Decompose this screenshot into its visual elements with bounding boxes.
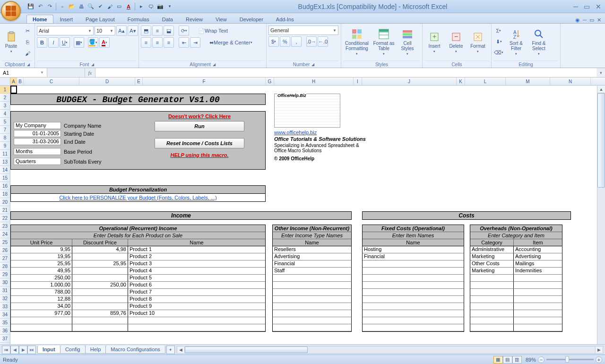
page-break-view-icon[interactable]: ▥ bbox=[512, 356, 522, 364]
zoom-in-icon[interactable]: + bbox=[596, 356, 602, 363]
wrap-text-button[interactable]: 📄 Wrap Text bbox=[196, 26, 230, 36]
cell-styles-button[interactable]: Cell Styles▾ bbox=[397, 26, 418, 59]
spelling-icon[interactable]: ✔ bbox=[96, 2, 104, 11]
help-macro-link[interactable]: HELP using this macro. bbox=[170, 152, 228, 158]
italic-icon[interactable]: I bbox=[48, 37, 59, 48]
sort-filter-button[interactable]: AZ Sort & Filter▾ bbox=[506, 26, 527, 59]
next-sheet-icon[interactable]: ▶ bbox=[19, 346, 27, 354]
save-icon[interactable]: 💾 bbox=[26, 2, 35, 11]
table-row[interactable]: Resellers bbox=[273, 246, 351, 253]
column-headers[interactable]: ABCDEFGHIJKLMN bbox=[10, 78, 605, 86]
cut-icon[interactable]: ✂ bbox=[22, 26, 33, 36]
expand-formula-icon[interactable]: ▾ bbox=[596, 68, 605, 77]
table-row[interactable]: MarketingIndemnities bbox=[470, 268, 562, 275]
vertical-scrollbar[interactable]: ▲ bbox=[597, 86, 605, 344]
increase-decimal-icon[interactable]: .0→ bbox=[306, 36, 317, 47]
align-middle-icon[interactable]: ≡ bbox=[152, 26, 163, 36]
tab-review[interactable]: Review bbox=[180, 15, 209, 23]
tab-page-layout[interactable]: Page Layout bbox=[79, 15, 121, 23]
zoom-out-icon[interactable]: − bbox=[538, 356, 544, 363]
table-row[interactable]: 19,95Product 2 bbox=[11, 253, 265, 260]
format-as-table-button[interactable]: Format as Table▾ bbox=[372, 26, 395, 59]
office-button[interactable] bbox=[1, 1, 21, 21]
run-button[interactable]: Run bbox=[155, 121, 244, 131]
table-row[interactable] bbox=[273, 303, 351, 310]
minimize-button[interactable]: ─ bbox=[571, 3, 580, 10]
redo-icon[interactable]: ↷ bbox=[45, 2, 54, 11]
personalize-link[interactable]: Click here to PERSONALIZE your Budget (F… bbox=[59, 195, 216, 200]
shrink-font-icon[interactable]: A▾ bbox=[128, 26, 138, 36]
print-preview-icon[interactable]: 🔍 bbox=[86, 2, 95, 11]
table-row[interactable]: Other CostsMailings bbox=[470, 260, 562, 268]
table-row[interactable]: 1.000,00250,00Product 6 bbox=[11, 282, 265, 289]
select-all-corner[interactable] bbox=[0, 78, 10, 86]
table-row[interactable]: 977,00859,76Product 10 bbox=[11, 310, 265, 317]
tab-insert[interactable]: Insert bbox=[54, 15, 79, 23]
table-row[interactable] bbox=[363, 268, 464, 275]
delete-cells-button[interactable]: −Delete▾ bbox=[446, 26, 466, 59]
paste-button[interactable]: Paste▾ bbox=[2, 26, 20, 59]
table-row[interactable]: 9,954,98Product 1 bbox=[11, 246, 265, 253]
format-cells-button[interactable]: Format▾ bbox=[468, 26, 488, 59]
find-select-button[interactable]: Find & Select▾ bbox=[528, 26, 549, 59]
merge-center-button[interactable]: ⬌ Merge & Center ▾ bbox=[207, 37, 255, 48]
underline-icon[interactable]: U▾ bbox=[60, 37, 70, 48]
conditional-formatting-button[interactable]: Conditional Formatting▾ bbox=[343, 26, 371, 59]
table-row[interactable]: Financial bbox=[363, 253, 464, 260]
first-sheet-icon[interactable]: ⏮ bbox=[2, 346, 10, 354]
sheet-tab-help[interactable]: Help bbox=[85, 346, 106, 354]
table-row[interactable] bbox=[273, 282, 351, 289]
table-row[interactable] bbox=[273, 310, 351, 317]
clear-icon[interactable]: ⌫▾ bbox=[493, 47, 504, 58]
percent-icon[interactable]: % bbox=[280, 36, 290, 47]
table-row[interactable] bbox=[363, 303, 464, 310]
font-size-combo[interactable]: 10▼ bbox=[95, 26, 115, 35]
prev-sheet-icon[interactable]: ◀ bbox=[10, 346, 19, 354]
table-row[interactable] bbox=[273, 296, 351, 303]
company-input[interactable]: My Company bbox=[14, 122, 61, 129]
formula-input[interactable] bbox=[95, 68, 596, 77]
clipboard-launcher-icon[interactable]: ◢ bbox=[27, 62, 30, 67]
workbook-close-icon[interactable]: ✕ bbox=[597, 17, 601, 23]
border-color-icon[interactable]: ▭ bbox=[115, 2, 123, 11]
spreadsheet-grid[interactable]: ABCDEFGHIJKLMN 1234578911131415161820212… bbox=[0, 78, 605, 344]
table-row[interactable]: Advertising bbox=[273, 253, 351, 260]
align-bottom-icon[interactable]: ⬓ bbox=[164, 26, 174, 36]
accounting-icon[interactable]: $▾ bbox=[268, 36, 279, 47]
qat-customize-icon[interactable]: ▼ bbox=[165, 2, 174, 11]
border-icon[interactable]: ▦▾ bbox=[74, 37, 84, 48]
table-row[interactable]: Financial bbox=[273, 260, 351, 268]
table-row[interactable] bbox=[470, 275, 562, 282]
start-date-input[interactable]: 01-01-2005 bbox=[14, 130, 61, 137]
doesnt-work-link[interactable]: Doesn't work? Click Here bbox=[168, 113, 231, 119]
table-row[interactable]: 250,00Product 5 bbox=[11, 275, 265, 282]
insert-cells-button[interactable]: +Insert▾ bbox=[424, 26, 444, 59]
sheet-tab-macro-configurations[interactable]: Macro Configurations bbox=[105, 346, 165, 354]
table-row[interactable] bbox=[363, 296, 464, 303]
table-row[interactable] bbox=[363, 275, 464, 282]
format-painter-icon[interactable]: 🖌 bbox=[22, 48, 33, 59]
workbook-minimize-icon[interactable]: ─ bbox=[583, 17, 587, 23]
orientation-icon[interactable]: ⟳▾ bbox=[179, 26, 189, 36]
table-row[interactable]: 49,95Product 4 bbox=[11, 268, 265, 275]
undo-icon[interactable]: ↶ bbox=[36, 2, 44, 11]
table-row[interactable]: AdministrativeAccounting bbox=[470, 246, 562, 253]
font-launcher-icon[interactable]: ◢ bbox=[91, 62, 94, 67]
maximize-button[interactable]: ▭ bbox=[582, 3, 592, 10]
decrease-decimal-icon[interactable]: ←.0 bbox=[318, 36, 328, 47]
row-headers[interactable]: 1234578911131415161820212223242526272829… bbox=[0, 86, 10, 344]
bold-icon[interactable]: B bbox=[37, 37, 47, 48]
zoom-slider[interactable] bbox=[546, 359, 594, 360]
font-color-icon[interactable]: A▾ bbox=[99, 37, 110, 48]
table-row[interactable] bbox=[470, 289, 562, 296]
tab-formulas[interactable]: Formulas bbox=[121, 15, 156, 23]
table-row[interactable]: 12,88Product 8 bbox=[11, 296, 265, 303]
base-period-input[interactable]: Months bbox=[14, 148, 61, 155]
increase-indent-icon[interactable]: ⇥ bbox=[190, 37, 200, 48]
number-launcher-icon[interactable]: ◢ bbox=[311, 62, 314, 67]
table-row[interactable]: 788,00Product 7 bbox=[11, 289, 265, 296]
page-layout-view-icon[interactable]: ▤ bbox=[503, 356, 512, 364]
table-row[interactable]: 34,00Product 9 bbox=[11, 303, 265, 310]
align-top-icon[interactable]: ⬒ bbox=[141, 26, 151, 36]
table-row[interactable] bbox=[470, 303, 562, 310]
